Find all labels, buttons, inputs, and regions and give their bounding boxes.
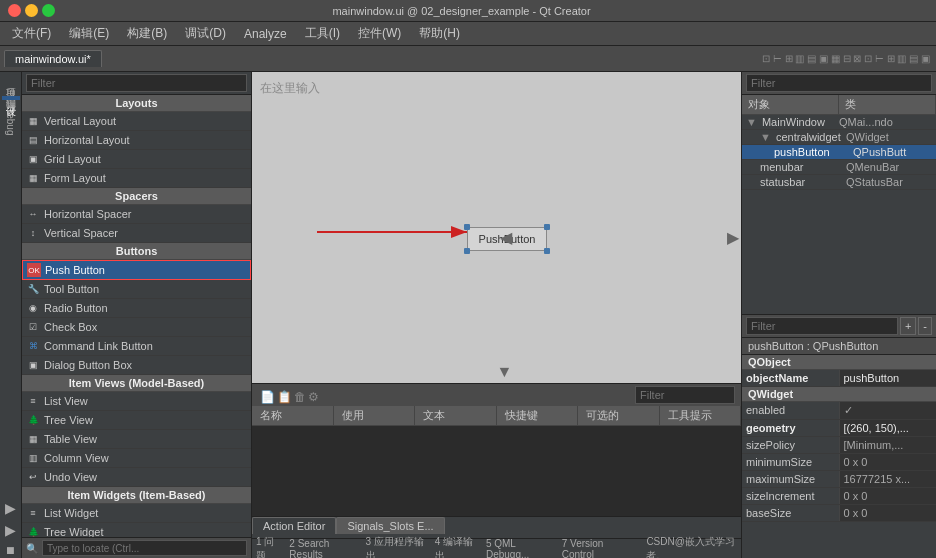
minimize-button[interactable] [25, 4, 38, 17]
widget-command-link-button[interactable]: ⌘ Command Link Button [22, 337, 251, 356]
action-new-icon[interactable]: 📄 [260, 390, 275, 404]
status-bar: 1 问题 2 Search Results 3 应用程序输出 4 编译输出 5 … [252, 538, 741, 558]
obj-row-mainwindow[interactable]: ▼ MainWindow QMai...ndo [742, 115, 936, 130]
stop-icon[interactable]: ⏹ [3, 542, 18, 558]
widget-grid-layout[interactable]: ▣ Grid Layout [22, 150, 251, 169]
vertical-spacer-icon: ↕ [26, 226, 40, 240]
expand-icon: ▼ [746, 116, 757, 128]
tab-action-editor[interactable]: Action Editor [252, 517, 336, 534]
status-version[interactable]: 7 Version Control [562, 538, 631, 559]
locate-icon: 🔍 [26, 543, 38, 554]
window-title: mainwindow.ui @ 02_designer_example - Qt… [55, 5, 868, 17]
action-copy-icon[interactable]: 📋 [277, 390, 292, 404]
sidebar-projects[interactable]: 项目 [2, 76, 20, 84]
menu-file[interactable]: 文件(F) [4, 23, 59, 44]
prop-filter-bar: + - [742, 315, 936, 338]
widget-tool-button[interactable]: 🔧 Tool Button [22, 280, 251, 299]
col-shortcut: 快捷键 [497, 406, 579, 425]
sidebar-design[interactable]: 设计 [2, 96, 20, 100]
prop-add-button[interactable]: + [900, 317, 916, 335]
widget-column-view[interactable]: ▥ Column View [22, 449, 251, 468]
dialog-button-icon: ▣ [26, 358, 40, 372]
category-layouts: Layouts [22, 95, 251, 112]
col-tooltip: 工具提示 [660, 406, 742, 425]
widget-panel: Layouts ▦ Vertical Layout ▤ Horizontal L… [22, 72, 252, 558]
object-filter-input[interactable] [746, 74, 932, 92]
widget-horizontal-spacer[interactable]: ↔ Horizontal Spacer [22, 205, 251, 224]
menu-build[interactable]: 构建(B) [119, 23, 175, 44]
widget-dialog-button-box[interactable]: ▣ Dialog Button Box [22, 356, 251, 375]
widget-filter-bar [22, 72, 251, 95]
widget-table-view[interactable]: ▦ Table View [22, 430, 251, 449]
status-compile[interactable]: 4 编译输出 [435, 535, 478, 559]
sidebar-debug[interactable]: Debug [3, 102, 18, 139]
right-panel: 对象 类 ▼ MainWindow QMai...ndo ▼ centralwi… [741, 72, 936, 558]
widget-list-widget[interactable]: ≡ List Widget [22, 504, 251, 523]
menu-widgets[interactable]: 控件(W) [350, 23, 409, 44]
widget-vertical-layout[interactable]: ▦ Vertical Layout [22, 112, 251, 131]
designer-placeholder: 在这里输入 [260, 80, 320, 97]
close-button[interactable] [8, 4, 21, 17]
bottom-tabs: 📄 📋 🗑 ⚙ [252, 384, 741, 406]
status-app-output[interactable]: 3 应用程序输出 [366, 535, 427, 559]
prop-filter-input[interactable] [746, 317, 898, 335]
object-tree: 对象 类 ▼ MainWindow QMai...ndo ▼ centralwi… [742, 95, 936, 314]
object-tree-panel: 对象 类 ▼ MainWindow QMai...ndo ▼ centralwi… [742, 72, 936, 315]
designer-area[interactable]: 在这里输入 PushButton [252, 72, 741, 383]
tree-widget-icon: 🌲 [26, 525, 40, 537]
tab-signals-slots[interactable]: Signals_Slots E... [336, 517, 444, 534]
widget-horizontal-layout[interactable]: ▤ Horizontal Layout [22, 131, 251, 150]
check-box-icon: ☑ [26, 320, 40, 334]
handle-tr [544, 224, 550, 230]
debug-run-icon[interactable]: ▶ [3, 520, 18, 540]
prop-remove-button[interactable]: - [918, 317, 932, 335]
horizontal-spacer-icon: ↔ [26, 207, 40, 221]
sidebar-edit[interactable]: 编辑 [2, 86, 20, 94]
run-icon[interactable]: ▶ [3, 498, 18, 518]
nav-left[interactable]: ◀ [500, 228, 512, 247]
status-search[interactable]: 2 Search Results [289, 538, 357, 559]
widget-tree-view[interactable]: 🌲 Tree View [22, 411, 251, 430]
title-bar: mainwindow.ui @ 02_designer_example - Qt… [0, 0, 936, 22]
prop-row-enabled: enabled ✓ [742, 402, 936, 420]
toolbar: mainwindow.ui* ⊡ ⊢ ⊞ ▥ ▤ ▣ ▦ ⊟ ⊠ ⊡ ⊢ ⊞ ▥… [0, 46, 936, 72]
prop-row-sizepolicy: sizePolicy [Minimum,... [742, 437, 936, 454]
horizontal-layout-icon: ▤ [26, 133, 40, 147]
maximize-button[interactable] [42, 4, 55, 17]
property-editor-panel: + - pushButton : QPushButton QObject obj… [742, 315, 936, 558]
widget-push-button[interactable]: OK Push Button [22, 260, 251, 280]
nav-right[interactable]: ▶ [727, 228, 739, 247]
widget-filter-input[interactable] [26, 74, 247, 92]
prop-row-objectname: objectName pushButton [742, 370, 936, 387]
widget-radio-button[interactable]: ◉ Radio Button [22, 299, 251, 318]
menu-analyze[interactable]: Analyze [236, 25, 295, 43]
undo-view-icon: ↩ [26, 470, 40, 484]
tab-mainwindow[interactable]: mainwindow.ui* [4, 50, 102, 67]
menu-debug[interactable]: 调试(D) [177, 23, 234, 44]
action-settings-icon[interactable]: ⚙ [308, 390, 319, 404]
status-qml-debug[interactable]: 5 QML Debugg... [486, 538, 554, 559]
obj-row-statusbar[interactable]: statusbar QStatusBar [742, 175, 936, 190]
action-filter-input[interactable] [635, 386, 735, 404]
widget-check-box[interactable]: ☑ Check Box [22, 318, 251, 337]
obj-row-pushbutton[interactable]: pushButton QPushButt [742, 145, 936, 160]
tree-view-icon: 🌲 [26, 413, 40, 427]
push-button-icon: OK [27, 263, 41, 277]
nav-down[interactable]: ▼ [497, 363, 513, 381]
window-controls[interactable] [8, 4, 55, 17]
menu-edit[interactable]: 编辑(E) [61, 23, 117, 44]
obj-row-menubar[interactable]: menubar QMenuBar [742, 160, 936, 175]
locate-input[interactable] [42, 540, 247, 556]
menu-help[interactable]: 帮助(H) [411, 23, 468, 44]
widget-list-view[interactable]: ≡ List View [22, 392, 251, 411]
vertical-layout-icon: ▦ [26, 114, 40, 128]
widget-tree-widget[interactable]: 🌲 Tree Widget [22, 523, 251, 537]
bottom-area: 📄 📋 🗑 ⚙ 名称 使用 文本 快捷键 可选的 工具提示 Acti [252, 383, 741, 538]
widget-undo-view[interactable]: ↩ Undo View [22, 468, 251, 487]
widget-form-layout[interactable]: ▦ Form Layout [22, 169, 251, 188]
obj-row-centralwidget[interactable]: ▼ centralwidget QWidget [742, 130, 936, 145]
menu-tools[interactable]: 工具(I) [297, 23, 348, 44]
action-delete-icon[interactable]: 🗑 [294, 390, 306, 404]
widget-vertical-spacer[interactable]: ↕ Vertical Spacer [22, 224, 251, 243]
status-problems[interactable]: 1 问题 [256, 535, 281, 559]
